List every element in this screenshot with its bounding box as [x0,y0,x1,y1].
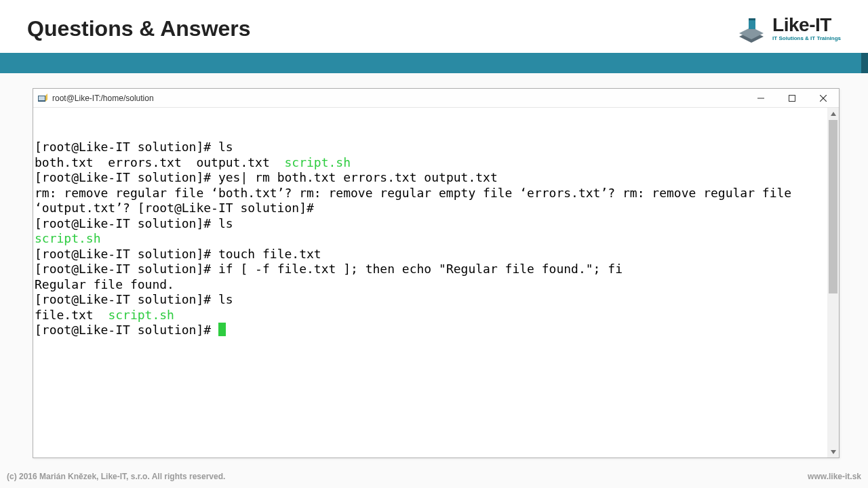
footer: (c) 2016 Marián Knězek, Like-IT, s.r.o. … [0,472,868,481]
cmd: ls [218,140,233,154]
putty-icon [37,93,48,104]
logo-brand: Like-IT [772,16,841,35]
cmd: ls [218,292,233,306]
terminal-body[interactable]: [root@Like-IT solution]# ls both.txt err… [33,108,839,458]
window-controls [745,89,839,107]
output: Regular file found. [35,277,174,291]
scroll-down-icon[interactable] [827,446,839,458]
scroll-up-icon[interactable] [827,108,839,119]
scroll-thumb[interactable] [829,120,837,293]
maximize-button[interactable] [776,89,808,107]
cmd: if [ -f file.txt ]; then echo "Regular f… [218,262,623,276]
logo-mark-icon [737,14,766,43]
cursor-block [218,323,226,336]
svg-rect-1 [749,18,755,20]
close-button[interactable] [808,89,839,107]
output-executable: script.sh [284,155,351,169]
terminal-window: root@Like-IT:/home/solution [root@Like-I… [33,88,840,458]
prompt: [root@Like-IT solution]# [35,170,218,184]
svg-rect-5 [789,95,795,101]
cmd: ls [218,216,233,230]
prompt: [root@Like-IT solution]# [35,247,218,261]
output-executable: script.sh [35,231,101,245]
page-title: Questions & Answers [27,16,251,41]
footer-url: www.like-it.sk [808,472,861,481]
logo-tagline: IT Solutions & IT Trainings [772,36,841,41]
window-title: root@Like-IT:/home/solution [52,94,154,103]
window-titlebar[interactable]: root@Like-IT:/home/solution [33,89,839,108]
svg-rect-3 [39,96,45,100]
prompt: [root@Like-IT solution]# [35,140,218,154]
prompt: [root@Like-IT solution]# [35,323,218,337]
prompt: [root@Like-IT solution]# [35,262,218,276]
logo: Like-IT IT Solutions & IT Trainings [737,14,841,43]
prompt: [root@Like-IT solution]# [35,216,218,230]
prompt: [root@Like-IT solution]# [35,292,218,306]
output: rm: remove regular file ‘both.txt’? rm: … [35,186,799,216]
cmd: touch file.txt [218,247,321,261]
output: file.txt [35,308,108,322]
slide-header: Questions & Answers Like-IT IT Solutions… [0,0,868,53]
minimize-button[interactable] [745,89,776,107]
divider-bar [0,53,868,73]
copyright: (c) 2016 Marián Knězek, Like-IT, s.r.o. … [7,472,225,481]
output-executable: script.sh [108,308,174,322]
scrollbar[interactable] [827,108,839,458]
output: both.txt errors.txt output.txt [35,155,284,169]
cmd: yes| rm both.txt errors.txt output.txt [218,170,498,184]
